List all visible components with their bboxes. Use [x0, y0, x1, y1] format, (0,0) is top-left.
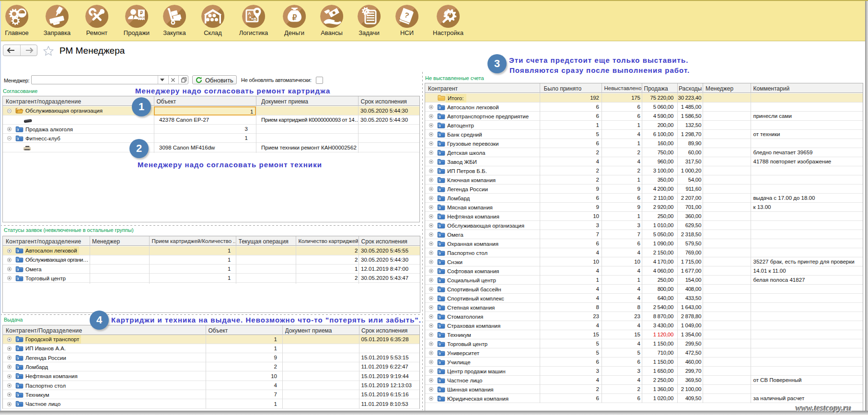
svg-text:₽: ₽ [140, 11, 143, 15]
svg-text:₽: ₽ [292, 13, 297, 22]
svg-text:SALE: SALE [138, 16, 145, 19]
svg-text:A: A [248, 11, 251, 16]
